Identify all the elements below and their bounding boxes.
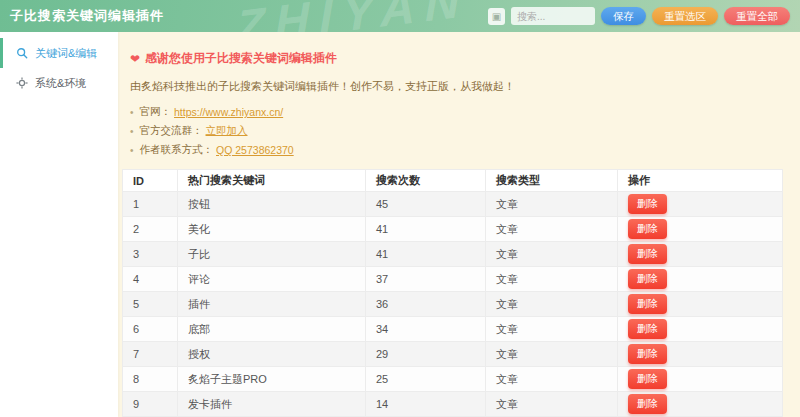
cell-keyword: 发卡插件 [178,392,366,417]
cell-count: 45 [366,192,486,217]
search-input[interactable] [511,7,595,25]
delete-button[interactable]: 删除 [628,294,667,314]
welcome-notice: ❤ 感谢您使用子比搜索关键词编辑插件 由炙焰科技推出的子比搜索关键词编辑插件！创… [122,50,783,157]
delete-button[interactable]: 删除 [628,194,667,214]
delete-button[interactable]: 删除 [628,344,667,364]
cell-id: 1 [123,192,178,217]
cell-id: 7 [123,342,178,367]
table-row: 5 插件 36 文章 删除 [123,292,783,317]
brand-watermark: ZHIYAN [235,0,469,32]
cell-count: 41 [366,217,486,242]
cell-keyword: 底部 [178,317,366,342]
delete-button[interactable]: 删除 [628,269,667,289]
join-group-link[interactable]: 立即加入 [206,124,248,138]
table-row: 4 评论 37 文章 删除 [123,267,783,292]
table-row: 8 炙焰子主题PRO 25 文章 删除 [123,367,783,392]
delete-button[interactable]: 删除 [628,394,667,414]
cell-type: 文章 [486,267,618,292]
cell-count: 41 [366,242,486,267]
cell-actions: 删除 [618,192,783,217]
delete-button[interactable]: 删除 [628,244,667,264]
grid-icon: ▣ [492,11,501,22]
header-actions: 操作 [618,170,783,192]
cell-id: 6 [123,317,178,342]
cell-count: 29 [366,342,486,367]
sidebar-item-label: 系统&环境 [35,76,86,91]
list-item: 官方交流群： 立即加入 [130,124,783,138]
cell-keyword: 子比 [178,242,366,267]
header-keyword: 热门搜索关键词 [178,170,366,192]
header-type: 搜索类型 [486,170,618,192]
cell-id: 8 [123,367,178,392]
sidebar-item-keywords[interactable]: 关键词&编辑 [0,38,118,68]
search-icon [16,47,28,59]
cell-type: 文章 [486,317,618,342]
link-label: 官方交流群： [140,124,203,138]
notice-description: 由炙焰科技推出的子比搜索关键词编辑插件！创作不易，支持正版，从我做起！ [130,79,783,94]
sidebar: 关键词&编辑 系统&环境 [0,32,118,417]
cell-actions: 删除 [618,217,783,242]
cell-count: 14 [366,392,486,417]
cell-type: 文章 [486,192,618,217]
link-label: 作者联系方式： [140,143,214,157]
cell-count: 34 [366,317,486,342]
list-item: 作者联系方式： QQ 2573862370 [130,143,783,157]
qq-contact-link[interactable]: QQ 2573862370 [216,144,294,156]
sidebar-item-system[interactable]: 系统&环境 [0,68,118,98]
gear-icon [16,77,28,89]
official-site-link[interactable]: https://www.zhiyanx.cn/ [174,106,283,118]
heart-icon: ❤ [130,52,140,66]
main-content: ❤ 感谢您使用子比搜索关键词编辑插件 由炙焰科技推出的子比搜索关键词编辑插件！创… [118,32,800,417]
cell-type: 文章 [486,292,618,317]
notice-links: 官网： https://www.zhiyanx.cn/ 官方交流群： 立即加入 … [130,105,783,157]
cell-type: 文章 [486,342,618,367]
search-toggle-button[interactable]: ▣ [488,8,505,25]
cell-type: 文章 [486,392,618,417]
cell-type: 文章 [486,242,618,267]
link-label: 官网： [140,105,172,119]
delete-button[interactable]: 删除 [628,219,667,239]
table-row: 9 发卡插件 14 文章 删除 [123,392,783,417]
table-row: 1 按钮 45 文章 删除 [123,192,783,217]
reset-all-button[interactable]: 重置全部 [724,7,790,25]
table-header-row: ID 热门搜索关键词 搜索次数 搜索类型 操作 [123,170,783,192]
table-row: 7 授权 29 文章 删除 [123,342,783,367]
notice-title: ❤ 感谢您使用子比搜索关键词编辑插件 [130,50,783,67]
cell-actions: 删除 [618,342,783,367]
save-button[interactable]: 保存 [601,7,646,25]
cell-id: 2 [123,217,178,242]
cell-count: 37 [366,267,486,292]
list-item: 官网： https://www.zhiyanx.cn/ [130,105,783,119]
cell-actions: 删除 [618,292,783,317]
app-header: 子比搜索关键词编辑插件 ZHIYAN ▣ 保存 重置选区 重置全部 [0,0,800,32]
cell-keyword: 评论 [178,267,366,292]
header-toolbar: ▣ 保存 重置选区 重置全部 [488,7,800,25]
cell-keyword: 炙焰子主题PRO [178,367,366,392]
table-row: 3 子比 41 文章 删除 [123,242,783,267]
table-row: 2 美化 41 文章 删除 [123,217,783,242]
keyword-table-section: ID 热门搜索关键词 搜索次数 搜索类型 操作 1 按钮 45 文章 删除 2 … [122,169,783,417]
cell-id: 3 [123,242,178,267]
header-count: 搜索次数 [366,170,486,192]
delete-button[interactable]: 删除 [628,319,667,339]
cell-type: 文章 [486,217,618,242]
reset-selection-button[interactable]: 重置选区 [652,7,718,25]
sidebar-item-label: 关键词&编辑 [35,46,97,61]
cell-actions: 删除 [618,367,783,392]
header-id: ID [123,170,178,192]
cell-actions: 删除 [618,242,783,267]
cell-type: 文章 [486,367,618,392]
notice-title-text: 感谢您使用子比搜索关键词编辑插件 [145,50,337,67]
cell-id: 5 [123,292,178,317]
cell-actions: 删除 [618,317,783,342]
cell-keyword: 授权 [178,342,366,367]
cell-keyword: 插件 [178,292,366,317]
cell-count: 36 [366,292,486,317]
app-title: 子比搜索关键词编辑插件 [0,7,164,25]
cell-id: 9 [123,392,178,417]
delete-button[interactable]: 删除 [628,369,667,389]
cell-id: 4 [123,267,178,292]
table-row: 6 底部 34 文章 删除 [123,317,783,342]
cell-keyword: 按钮 [178,192,366,217]
keyword-table: ID 热门搜索关键词 搜索次数 搜索类型 操作 1 按钮 45 文章 删除 2 … [122,169,783,417]
